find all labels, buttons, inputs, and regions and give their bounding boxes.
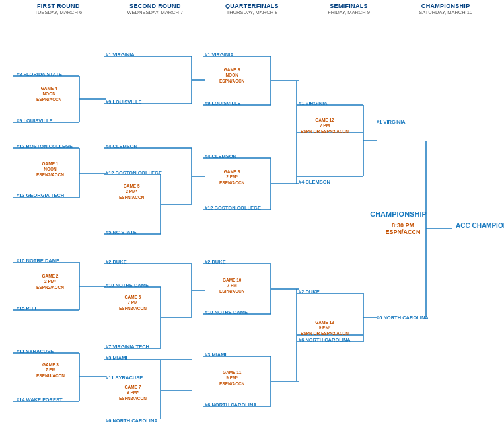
- team-notre-dame-qf: #10 NOTRE DAME: [205, 309, 248, 315]
- team-clemson-sf: #4 CLEMSON: [299, 179, 330, 185]
- team-louisville-sr: #9 LOUISVILLE: [106, 99, 142, 105]
- round-1-title: FIRST ROUND: [10, 3, 107, 9]
- bracket-header: FIRST ROUND TUESDAY, MARCH 6 SECOND ROUN…: [3, 0, 501, 17]
- round-3-header: QUARTERFINALS THURSDAY, MARCH 8: [203, 3, 301, 15]
- round-2-title: SECOND ROUND: [107, 3, 204, 9]
- team-syracuse-fr: #11 SYRACUSE: [17, 348, 54, 354]
- round-4-title: SEMIFINALS: [301, 3, 398, 9]
- round-2-header: SECOND ROUND WEDNESDAY, MARCH 7: [107, 3, 204, 15]
- bracket-container: FIRST ROUND TUESDAY, MARCH 6 SECOND ROUN…: [0, 0, 504, 425]
- team-unc-qf: #6 NORTH CAROLINA: [205, 402, 257, 408]
- game-7-info: GAME 79 PM*ESPN2/ACCN: [119, 385, 147, 401]
- team-miami-qf: #3 MIAMI: [205, 352, 227, 358]
- game-2-info: GAME 22 PM*ESPN2/ACCN: [36, 274, 64, 290]
- team-clemson-qf: #4 CLEMSON: [205, 153, 236, 159]
- bracket-lines: [3, 17, 501, 419]
- team-unc-champ: #6 NORTH CAROLINA: [377, 315, 429, 321]
- round-3-title: QUARTERFINALS: [203, 3, 301, 9]
- game-5-info: GAME 52 PM*ESPN/ACCN: [119, 184, 144, 200]
- game-8-info: GAME 8NOONESPN/ACCN: [219, 67, 244, 84]
- team-unc-sr: #6 NORTH CAROLINA: [106, 418, 158, 424]
- game-11-info: GAME 119 PM*ESPN/ACCN: [219, 370, 244, 387]
- team-louisville-fr: #9 LOUISVILLE: [17, 118, 53, 124]
- team-duke-sr: #2 DUKE: [106, 259, 127, 265]
- team-notre-dame-sr: #10 NOTRE DAME: [106, 282, 149, 288]
- game-10-info: GAME 107 PMESPN/ACCN: [219, 278, 244, 294]
- team-bc-sr: #12 BOSTON COLLEGE: [106, 170, 162, 176]
- team-syracuse-sr: #11 SYRACUSE: [106, 375, 143, 381]
- game-4-info: GAME 4NOONESPN/ACCN: [36, 86, 61, 102]
- team-boston-college: #12 BOSTON COLLEGE: [17, 143, 73, 149]
- game-12-info: GAME 127 PMESPN OR ESPN2/ACCN: [301, 118, 349, 134]
- round-5-header: CHAMPIONSHIP SATURDAY, MARCH 10: [397, 3, 494, 15]
- game-3-info: GAME 37 PMESPNU/ACCN: [36, 362, 65, 379]
- round-5-date: SATURDAY, MARCH 10: [397, 9, 494, 15]
- round-4-header: SEMIFINALS FRIDAY, MARCH 9: [301, 3, 398, 15]
- team-georgia-tech: #13 GEORGIA TECH: [17, 192, 64, 198]
- team-virginia-qf: #1 VIRGINIA: [205, 52, 234, 58]
- round-1-header: FIRST ROUND TUESDAY, MARCH 6: [10, 3, 107, 15]
- round-3-date: THURSDAY, MARCH 8: [203, 9, 301, 15]
- round-1-date: TUESDAY, MARCH 6: [10, 9, 107, 15]
- team-va-tech-sr: #7 VIRGINIA TECH: [106, 344, 149, 350]
- team-duke-qf: #2 DUKE: [205, 259, 226, 265]
- round-5-title: CHAMPIONSHIP: [397, 3, 494, 9]
- game-6-info: GAME 67 PMESPN2/ACCN: [119, 295, 147, 311]
- team-virginia-champ: #1 VIRGINIA: [377, 119, 406, 125]
- team-duke-sf: #2 DUKE: [299, 289, 320, 295]
- round-2-date: WEDNESDAY, MARCH 7: [107, 9, 204, 15]
- team-florida-state: #8 FLORIDA STATE: [17, 71, 62, 77]
- game-13-info: GAME 139 PM*ESPN OR ESPN2/ACCN: [301, 320, 349, 336]
- team-clemson-sr: #4 CLEMSON: [106, 143, 137, 149]
- championship-label: CHAMPIONSHIP: [365, 210, 431, 218]
- team-virginia-sf: #1 VIRGINIA: [299, 100, 328, 106]
- team-louisville-qf: #9 LOUISVILLE: [205, 100, 241, 106]
- team-nc-state-sr: #5 NC STATE: [106, 229, 137, 235]
- game-9-info: GAME 92 PM*ESPN/ACCN: [219, 169, 244, 186]
- game-1-info: GAME 1NOONESPN2/ACCN: [36, 161, 64, 178]
- team-wake-forest: #14 WAKE FOREST: [17, 397, 63, 403]
- team-virginia-sr: #1 VIRGINIA: [106, 52, 135, 58]
- bracket-main: #8 FLORIDA STATE #9 LOUISVILLE #12 BOSTO…: [3, 17, 501, 419]
- team-notre-dame-fr: #10 NOTRE DAME: [17, 258, 59, 264]
- acc-champion-label: ACC CHAMPION: [456, 222, 504, 229]
- round-4-date: FRIDAY, MARCH 9: [301, 9, 398, 15]
- team-pitt: #15 PITT: [17, 305, 37, 311]
- team-miami-sr: #3 MIAMI: [106, 355, 127, 361]
- team-bc-qf: #12 BOSTON COLLEGE: [205, 205, 261, 211]
- championship-time: 8:30 PMESPN/ACCN: [370, 222, 436, 235]
- team-unc-sf: #6 NORTH CAROLINA: [299, 337, 351, 343]
